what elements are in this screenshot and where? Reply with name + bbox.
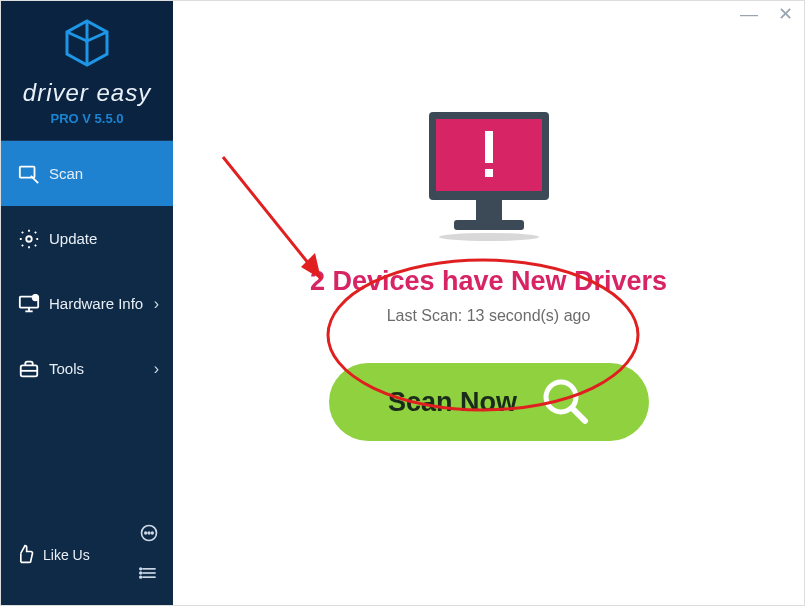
svg-point-18	[140, 568, 142, 570]
svg-point-14	[152, 532, 154, 534]
like-us-button[interactable]: Like Us	[15, 544, 90, 567]
sidebar: driver easy PRO V 5.5.0 Scan	[1, 1, 173, 605]
close-button[interactable]: ✕	[776, 7, 794, 21]
feedback-icon[interactable]	[139, 523, 159, 547]
scan-icon	[15, 163, 43, 185]
thumbs-up-icon	[15, 544, 35, 567]
main-panel: — ✕ 2 Devices have New Drivers Last Scan…	[173, 1, 804, 605]
svg-point-27	[439, 233, 539, 241]
sidebar-item-scan[interactable]: Scan	[1, 141, 173, 206]
sidebar-item-hardware-info[interactable]: i Hardware Info ›	[1, 271, 173, 336]
svg-point-12	[145, 532, 147, 534]
svg-line-29	[572, 408, 585, 421]
sidebar-item-tools[interactable]: Tools ›	[1, 336, 173, 401]
monitor-alert-icon	[414, 107, 564, 246]
chevron-right-icon: ›	[154, 295, 159, 313]
like-us-label: Like Us	[43, 547, 90, 563]
nav: Scan Update	[1, 141, 173, 513]
footer-icons	[139, 523, 159, 587]
minimize-button[interactable]: —	[740, 7, 758, 21]
svg-rect-26	[454, 220, 524, 230]
svg-point-19	[140, 572, 142, 574]
monitor-info-icon: i	[15, 293, 43, 315]
menu-list-icon[interactable]	[139, 563, 159, 587]
magnifier-icon	[539, 375, 589, 429]
svg-point-13	[148, 532, 150, 534]
sidebar-item-label: Hardware Info	[49, 295, 154, 312]
svg-rect-24	[485, 169, 493, 177]
sidebar-item-label: Scan	[49, 165, 159, 182]
app-window: driver easy PRO V 5.5.0 Scan	[0, 0, 805, 606]
logo-area: driver easy PRO V 5.5.0	[1, 1, 173, 141]
gear-refresh-icon	[15, 228, 43, 250]
toolbox-icon	[15, 358, 43, 380]
brand-logo-icon	[61, 19, 113, 73]
version-label: PRO V 5.5.0	[1, 111, 173, 126]
sidebar-footer: Like Us	[1, 513, 173, 605]
content-area: 2 Devices have New Drivers Last Scan: 13…	[173, 27, 804, 441]
sidebar-item-update[interactable]: Update	[1, 206, 173, 271]
headline-text: 2 Devices have New Drivers	[173, 266, 804, 297]
sidebar-item-label: Tools	[49, 360, 154, 377]
last-scan-label: Last Scan: 13 second(s) ago	[173, 307, 804, 325]
scan-now-label: Scan Now	[388, 387, 517, 418]
svg-line-31	[223, 157, 321, 279]
brand-name: driver easy	[1, 79, 173, 107]
titlebar: — ✕	[173, 1, 804, 27]
chevron-right-icon: ›	[154, 360, 159, 378]
scan-now-button[interactable]: Scan Now	[329, 363, 649, 441]
svg-text:i: i	[35, 294, 37, 301]
svg-point-3	[26, 236, 32, 242]
svg-point-20	[140, 576, 142, 578]
sidebar-item-label: Update	[49, 230, 159, 247]
svg-rect-23	[485, 131, 493, 163]
svg-rect-25	[476, 200, 502, 220]
